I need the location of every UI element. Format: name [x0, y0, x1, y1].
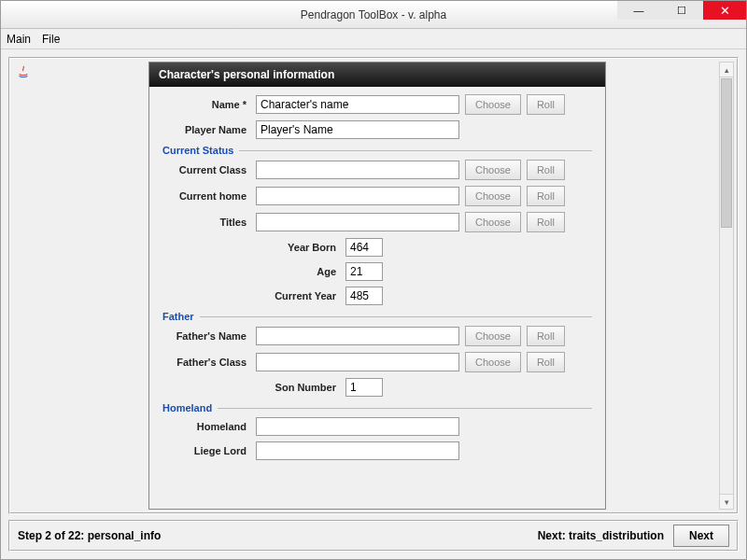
player-name-input[interactable]	[256, 120, 459, 139]
fathers-name-roll-button[interactable]: Roll	[527, 326, 565, 346]
java-icon	[16, 64, 31, 79]
menubar: Main File	[1, 29, 746, 49]
app-window: Pendragon ToolBox - v. alpha — ☐ ✕ Main …	[0, 0, 747, 560]
footer-bar: Step 2 of 22: personal_info Next: traits…	[8, 520, 739, 552]
label-fathers-name: Father's Name	[162, 330, 247, 342]
fathers-name-choose-button[interactable]: Choose	[465, 326, 521, 346]
label-year-born: Year Born	[256, 242, 336, 253]
titlebar: Pendragon ToolBox - v. alpha — ☐ ✕	[1, 1, 746, 29]
label-titles: Titles	[162, 217, 247, 228]
titles-input[interactable]	[256, 213, 459, 231]
son-number-input[interactable]	[345, 378, 383, 397]
minimize-button[interactable]: —	[617, 1, 660, 20]
name-roll-button[interactable]: Roll	[527, 94, 565, 115]
label-player-name: Player Name	[162, 124, 247, 135]
name-input[interactable]	[256, 95, 459, 114]
window-controls: — ☐ ✕	[617, 1, 746, 20]
scroll-thumb[interactable]	[721, 78, 732, 228]
current-class-choose-button[interactable]: Choose	[465, 160, 521, 180]
section-homeland: Homeland	[162, 402, 592, 413]
current-class-roll-button[interactable]: Roll	[527, 160, 565, 180]
name-choose-button[interactable]: Choose	[465, 94, 521, 115]
fathers-name-input[interactable]	[256, 327, 459, 345]
menu-main[interactable]: Main	[7, 33, 31, 46]
current-home-choose-button[interactable]: Choose	[465, 186, 521, 206]
scroll-down-icon[interactable]: ▾	[720, 494, 733, 509]
current-home-roll-button[interactable]: Roll	[527, 186, 565, 206]
menu-file[interactable]: File	[42, 33, 60, 46]
label-homeland: Homeland	[162, 421, 247, 432]
current-year-input[interactable]	[345, 287, 383, 305]
maximize-button[interactable]: ☐	[660, 1, 703, 20]
age-input[interactable]	[345, 262, 383, 281]
current-class-input[interactable]	[256, 161, 459, 179]
section-father: Father	[162, 311, 592, 322]
fathers-class-choose-button[interactable]: Choose	[465, 352, 521, 372]
label-current-class: Current Class	[162, 164, 247, 175]
titles-choose-button[interactable]: Choose	[465, 212, 521, 232]
next-step-label: Next: traits_distribution	[538, 529, 664, 542]
homeland-input[interactable]	[256, 417, 459, 436]
form-panel: Character's personal information Name * …	[148, 62, 606, 510]
next-button[interactable]: Next	[673, 525, 729, 547]
close-button[interactable]: ✕	[703, 1, 746, 20]
label-current-home: Current home	[162, 190, 247, 202]
liege-lord-input[interactable]	[256, 441, 459, 460]
panel-header: Character's personal information	[149, 63, 605, 87]
scroll-up-icon[interactable]: ▴	[720, 63, 733, 77]
label-name: Name *	[162, 99, 247, 110]
label-son-number: Son Number	[256, 382, 336, 393]
fathers-class-input[interactable]	[256, 353, 459, 371]
section-current-status: Current Status	[162, 145, 592, 156]
scroll-frame: ▴ ▾ Character's personal information Nam…	[8, 57, 739, 514]
year-born-input[interactable]	[345, 238, 383, 257]
content-area: ▴ ▾ Character's personal information Nam…	[1, 49, 746, 559]
titles-roll-button[interactable]: Roll	[527, 212, 565, 232]
label-current-year: Current Year	[256, 290, 336, 301]
label-age: Age	[256, 266, 336, 277]
fathers-class-roll-button[interactable]: Roll	[527, 352, 565, 372]
vertical-scrollbar[interactable]: ▴ ▾	[719, 62, 734, 510]
label-fathers-class: Father's Class	[162, 357, 247, 368]
step-indicator: Step 2 of 22: personal_info	[18, 529, 161, 542]
label-liege-lord: Liege Lord	[162, 445, 247, 456]
current-home-input[interactable]	[256, 187, 459, 205]
